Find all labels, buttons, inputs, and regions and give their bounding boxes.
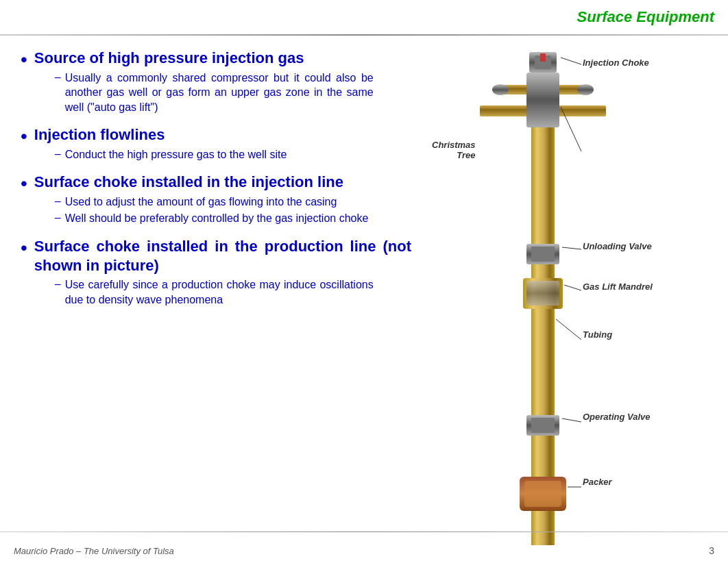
svg-rect-4 xyxy=(540,53,546,62)
label-unloading-valve: Unloading Valve xyxy=(583,241,652,251)
bullet-dot-3: • xyxy=(21,174,27,193)
bullet-3: • Surface choke installed in the injecti… xyxy=(21,173,411,230)
sub-text-2a: Conduct the high pressure gas to the wel… xyxy=(65,147,374,162)
svg-point-8 xyxy=(492,84,509,95)
footer: Mauricio Prado – The University of Tulsa… xyxy=(14,545,714,556)
svg-rect-15 xyxy=(531,418,555,433)
sub-text-3a: Used to adjust the amount of gas flowing… xyxy=(65,195,374,210)
footer-page: 3 xyxy=(709,545,714,556)
svg-rect-13 xyxy=(526,281,559,305)
sub-bullets-1: – Usually a commonly shared compressor b… xyxy=(55,71,374,115)
label-christmas-tree: Christmas Tree xyxy=(432,140,476,160)
label-operating-valve: Operating Valve xyxy=(583,412,651,422)
bullet-dot-4: • xyxy=(21,238,27,258)
sub-bullet-4a: – Use carefully since a production choke… xyxy=(55,277,411,307)
sub-bullets-2: – Conduct the high pressure gas to the w… xyxy=(55,147,374,162)
label-gas-lift-mandrel: Gas Lift Mandrel xyxy=(583,282,653,292)
right-column: Injection Choke Christmas Tree Unloading xyxy=(425,38,728,529)
label-tubing: Tubing xyxy=(583,329,612,340)
slide-title: Surface Equipment xyxy=(577,8,714,26)
bullet-text-1: Source of high pressure injection gas xyxy=(34,49,374,68)
bullet-4: • Surface choke installed in the product… xyxy=(21,237,411,311)
sub-bullets-3: – Used to adjust the amount of gas flowi… xyxy=(55,195,374,226)
content-area: • Source of high pressure injection gas … xyxy=(0,38,728,529)
slide: Surface Equipment • Source of high press… xyxy=(0,0,728,563)
sub-bullet-1a: – Usually a commonly shared compressor b… xyxy=(55,71,374,115)
sub-dash-3a: – xyxy=(55,195,61,208)
sub-dash-3b: – xyxy=(55,212,61,224)
footer-author: Mauricio Prado – The University of Tulsa xyxy=(14,546,174,556)
sub-dash-4a: – xyxy=(55,278,61,290)
sub-bullet-3a: – Used to adjust the amount of gas flowi… xyxy=(55,195,374,210)
left-column: • Source of high pressure injection gas … xyxy=(0,38,425,529)
bullet-text-2: Injection flowlines xyxy=(34,125,374,145)
label-packer: Packer xyxy=(583,477,612,487)
sub-bullets-4: – Use carefully since a production choke… xyxy=(55,277,411,307)
label-injection-choke: Injection Choke xyxy=(583,58,649,68)
svg-rect-18 xyxy=(531,511,555,545)
svg-rect-7 xyxy=(526,73,559,127)
top-border xyxy=(0,34,728,36)
sub-text-4a: Use carefully since a production choke m… xyxy=(65,277,374,307)
svg-point-9 xyxy=(577,84,594,95)
bullet-dot-2: • xyxy=(21,127,27,146)
sub-bullet-3b: – Well should be preferably controlled b… xyxy=(55,211,374,226)
bullet-dot-1: • xyxy=(21,50,27,69)
svg-rect-17 xyxy=(524,481,561,507)
well-diagram-svg xyxy=(425,52,713,545)
svg-rect-11 xyxy=(531,247,555,262)
sub-bullet-2a: – Conduct the high pressure gas to the w… xyxy=(55,147,374,162)
bullet-text-3: Surface choke installed in the injection… xyxy=(34,173,374,192)
diagram-container: Injection Choke Christmas Tree Unloading xyxy=(425,45,728,522)
bullet-2: • Injection flowlines – Conduct the high… xyxy=(21,125,411,166)
sub-dash-1a: – xyxy=(55,71,61,84)
bottom-border xyxy=(0,531,728,532)
bullet-1: • Source of high pressure injection gas … xyxy=(21,49,411,118)
sub-dash-2a: – xyxy=(55,148,61,160)
sub-text-1a: Usually a commonly shared compressor but… xyxy=(65,71,374,115)
bullet-text-4: Surface choke installed in the productio… xyxy=(34,237,411,275)
sub-text-3b: Well should be preferably controlled by … xyxy=(65,211,374,226)
